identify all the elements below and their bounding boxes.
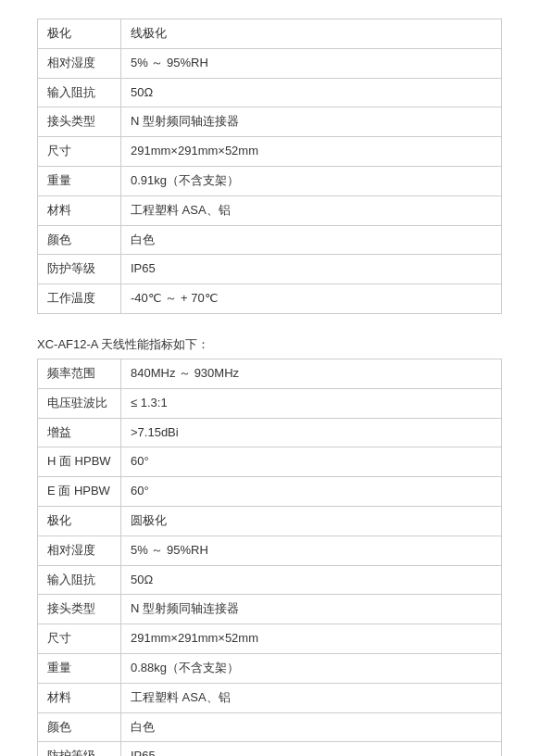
table2-section: XC-AF12-A 天线性能指标如下： 频率范围840MHz ～ 930MHz电… bbox=[37, 336, 502, 756]
table-row: 颜色白色 bbox=[38, 712, 502, 742]
table-row: 材料工程塑料 ASA、铝 bbox=[38, 195, 502, 225]
table-row: 极化线极化 bbox=[38, 19, 502, 49]
row-label: 输入阻抗 bbox=[38, 565, 121, 595]
table-row: 尺寸291mm×291mm×52mm bbox=[38, 137, 502, 167]
row-value: N 型射频同轴连接器 bbox=[121, 107, 502, 137]
row-value: 291mm×291mm×52mm bbox=[121, 624, 502, 654]
row-label: 重量 bbox=[38, 166, 121, 195]
row-value: 50Ω bbox=[121, 565, 502, 595]
row-value: IP65 bbox=[121, 742, 502, 756]
row-label: 接头类型 bbox=[38, 107, 121, 137]
row-value: >7.15dBi bbox=[121, 418, 502, 447]
row-value: 白色 bbox=[121, 712, 502, 742]
table-row: 增益>7.15dBi bbox=[38, 418, 502, 447]
table-row: 尺寸291mm×291mm×52mm bbox=[38, 624, 502, 654]
row-label: 相对湿度 bbox=[38, 48, 121, 78]
table-row: 频率范围840MHz ～ 930MHz bbox=[38, 359, 502, 388]
row-value: N 型射频同轴连接器 bbox=[121, 595, 502, 624]
table-row: E 面 HPBW60° bbox=[38, 477, 502, 507]
row-value: 60° bbox=[121, 477, 502, 507]
row-value: 5% ～ 95%RH bbox=[121, 536, 502, 565]
row-value: 0.88kg（不含支架） bbox=[121, 653, 502, 683]
table-row: 输入阻抗50Ω bbox=[38, 78, 502, 107]
row-value: -40℃ ～ + 70℃ bbox=[121, 284, 502, 314]
table-row: H 面 HPBW60° bbox=[38, 447, 502, 477]
row-label: 颜色 bbox=[38, 712, 121, 742]
table-row: 输入阻抗50Ω bbox=[38, 565, 502, 595]
row-value: 圆极化 bbox=[121, 506, 502, 536]
row-label: 材料 bbox=[38, 195, 121, 225]
row-label: 尺寸 bbox=[38, 624, 121, 654]
table-row: 相对湿度5% ～ 95%RH bbox=[38, 48, 502, 78]
row-value: 50Ω bbox=[121, 78, 502, 107]
row-label: 相对湿度 bbox=[38, 536, 121, 565]
row-label: 输入阻抗 bbox=[38, 78, 121, 107]
row-value: IP65 bbox=[121, 255, 502, 284]
table-row: 极化圆极化 bbox=[38, 506, 502, 536]
table-row: 接头类型N 型射频同轴连接器 bbox=[38, 107, 502, 137]
table-row: 接头类型N 型射频同轴连接器 bbox=[38, 595, 502, 624]
row-label: 增益 bbox=[38, 418, 121, 447]
row-label: 接头类型 bbox=[38, 595, 121, 624]
row-value: ≤ 1.3:1 bbox=[121, 388, 502, 418]
row-value: 工程塑料 ASA、铝 bbox=[121, 195, 502, 225]
row-value: 60° bbox=[121, 447, 502, 477]
section2-title: XC-AF12-A 天线性能指标如下： bbox=[37, 336, 502, 353]
table-row: 防护等级IP65 bbox=[38, 255, 502, 284]
row-value: 291mm×291mm×52mm bbox=[121, 137, 502, 167]
table2: 频率范围840MHz ～ 930MHz电压驻波比≤ 1.3:1增益>7.15dB… bbox=[37, 359, 502, 756]
row-label: 材料 bbox=[38, 683, 121, 712]
row-label: 极化 bbox=[38, 19, 121, 49]
row-label: 尺寸 bbox=[38, 137, 121, 167]
table1-section: 极化线极化相对湿度5% ～ 95%RH输入阻抗50Ω接头类型N 型射频同轴连接器… bbox=[37, 19, 502, 314]
table-row: 重量0.91kg（不含支架） bbox=[38, 166, 502, 195]
table1: 极化线极化相对湿度5% ～ 95%RH输入阻抗50Ω接头类型N 型射频同轴连接器… bbox=[37, 19, 502, 314]
row-label: 频率范围 bbox=[38, 359, 121, 388]
row-value: 840MHz ～ 930MHz bbox=[121, 359, 502, 388]
row-label: E 面 HPBW bbox=[38, 477, 121, 507]
row-label: 防护等级 bbox=[38, 255, 121, 284]
table-row: 电压驻波比≤ 1.3:1 bbox=[38, 388, 502, 418]
row-label: 电压驻波比 bbox=[38, 388, 121, 418]
row-value: 5% ～ 95%RH bbox=[121, 48, 502, 78]
row-label: H 面 HPBW bbox=[38, 447, 121, 477]
table-row: 颜色白色 bbox=[38, 225, 502, 255]
row-value: 工程塑料 ASA、铝 bbox=[121, 683, 502, 712]
table-row: 材料工程塑料 ASA、铝 bbox=[38, 683, 502, 712]
row-label: 极化 bbox=[38, 506, 121, 536]
table-row: 重量0.88kg（不含支架） bbox=[38, 653, 502, 683]
row-value: 0.91kg（不含支架） bbox=[121, 166, 502, 195]
table-row: 防护等级IP65 bbox=[38, 742, 502, 756]
row-value: 白色 bbox=[121, 225, 502, 255]
row-label: 颜色 bbox=[38, 225, 121, 255]
row-label: 防护等级 bbox=[38, 742, 121, 756]
table-row: 工作温度-40℃ ～ + 70℃ bbox=[38, 284, 502, 314]
row-label: 工作温度 bbox=[38, 284, 121, 314]
table-row: 相对湿度5% ～ 95%RH bbox=[38, 536, 502, 565]
row-value: 线极化 bbox=[121, 19, 502, 49]
row-label: 重量 bbox=[38, 653, 121, 683]
